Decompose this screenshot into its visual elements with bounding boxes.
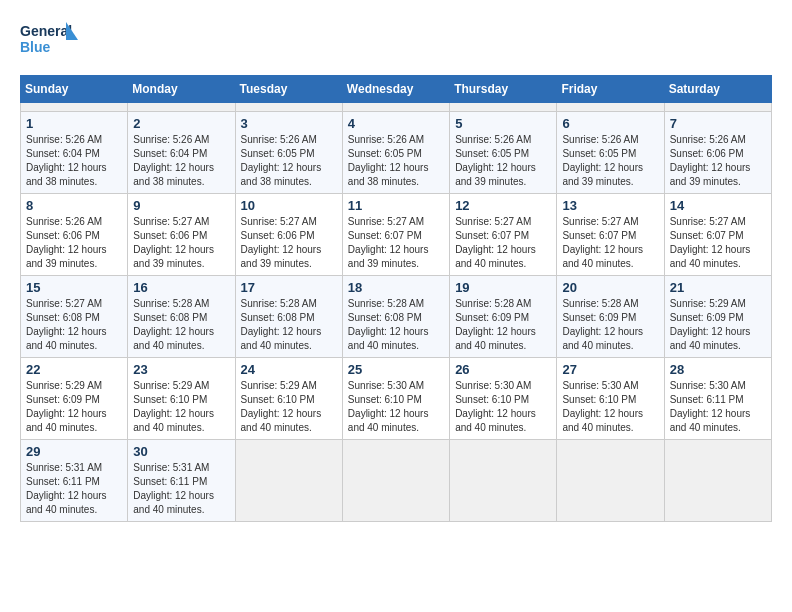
calendar-day-cell — [342, 103, 449, 112]
calendar-day-cell: 3 Sunrise: 5:26 AMSunset: 6:05 PMDayligh… — [235, 112, 342, 194]
calendar-week-row: 8 Sunrise: 5:26 AMSunset: 6:06 PMDayligh… — [21, 194, 772, 276]
calendar-day-cell: 10 Sunrise: 5:27 AMSunset: 6:06 PMDaylig… — [235, 194, 342, 276]
calendar-day-cell: 17 Sunrise: 5:28 AMSunset: 6:08 PMDaylig… — [235, 276, 342, 358]
day-header-wednesday: Wednesday — [342, 76, 449, 103]
day-detail: Sunrise: 5:26 AMSunset: 6:06 PMDaylight:… — [670, 134, 751, 187]
day-number: 17 — [241, 280, 337, 295]
day-number: 23 — [133, 362, 229, 377]
day-detail: Sunrise: 5:26 AMSunset: 6:04 PMDaylight:… — [133, 134, 214, 187]
calendar-day-cell: 4 Sunrise: 5:26 AMSunset: 6:05 PMDayligh… — [342, 112, 449, 194]
calendar-day-cell: 9 Sunrise: 5:27 AMSunset: 6:06 PMDayligh… — [128, 194, 235, 276]
logo: General Blue — [20, 20, 80, 65]
day-detail: Sunrise: 5:29 AMSunset: 6:09 PMDaylight:… — [26, 380, 107, 433]
day-number: 30 — [133, 444, 229, 459]
calendar-week-row: 1 Sunrise: 5:26 AMSunset: 6:04 PMDayligh… — [21, 112, 772, 194]
day-number: 10 — [241, 198, 337, 213]
day-number: 11 — [348, 198, 444, 213]
calendar-day-cell: 22 Sunrise: 5:29 AMSunset: 6:09 PMDaylig… — [21, 358, 128, 440]
svg-text:Blue: Blue — [20, 39, 51, 55]
calendar-day-cell: 30 Sunrise: 5:31 AMSunset: 6:11 PMDaylig… — [128, 440, 235, 522]
day-header-tuesday: Tuesday — [235, 76, 342, 103]
day-number: 27 — [562, 362, 658, 377]
day-detail: Sunrise: 5:27 AMSunset: 6:07 PMDaylight:… — [455, 216, 536, 269]
day-number: 7 — [670, 116, 766, 131]
calendar-day-cell: 11 Sunrise: 5:27 AMSunset: 6:07 PMDaylig… — [342, 194, 449, 276]
day-detail: Sunrise: 5:27 AMSunset: 6:07 PMDaylight:… — [562, 216, 643, 269]
calendar-day-cell: 2 Sunrise: 5:26 AMSunset: 6:04 PMDayligh… — [128, 112, 235, 194]
calendar-day-cell: 25 Sunrise: 5:30 AMSunset: 6:10 PMDaylig… — [342, 358, 449, 440]
day-detail: Sunrise: 5:26 AMSunset: 6:05 PMDaylight:… — [562, 134, 643, 187]
calendar-header-row: SundayMondayTuesdayWednesdayThursdayFrid… — [21, 76, 772, 103]
calendar-day-cell: 13 Sunrise: 5:27 AMSunset: 6:07 PMDaylig… — [557, 194, 664, 276]
calendar-day-cell: 21 Sunrise: 5:29 AMSunset: 6:09 PMDaylig… — [664, 276, 771, 358]
day-number: 29 — [26, 444, 122, 459]
calendar-day-cell: 24 Sunrise: 5:29 AMSunset: 6:10 PMDaylig… — [235, 358, 342, 440]
calendar-day-cell: 15 Sunrise: 5:27 AMSunset: 6:08 PMDaylig… — [21, 276, 128, 358]
day-detail: Sunrise: 5:29 AMSunset: 6:09 PMDaylight:… — [670, 298, 751, 351]
day-detail: Sunrise: 5:26 AMSunset: 6:05 PMDaylight:… — [348, 134, 429, 187]
day-number: 4 — [348, 116, 444, 131]
calendar-day-cell — [664, 440, 771, 522]
calendar-day-cell: 27 Sunrise: 5:30 AMSunset: 6:10 PMDaylig… — [557, 358, 664, 440]
svg-text:General: General — [20, 23, 72, 39]
day-number: 20 — [562, 280, 658, 295]
calendar-day-cell — [128, 103, 235, 112]
day-number: 16 — [133, 280, 229, 295]
calendar-day-cell: 12 Sunrise: 5:27 AMSunset: 6:07 PMDaylig… — [450, 194, 557, 276]
calendar-day-cell: 20 Sunrise: 5:28 AMSunset: 6:09 PMDaylig… — [557, 276, 664, 358]
day-number: 8 — [26, 198, 122, 213]
day-number: 12 — [455, 198, 551, 213]
day-detail: Sunrise: 5:27 AMSunset: 6:08 PMDaylight:… — [26, 298, 107, 351]
day-header-sunday: Sunday — [21, 76, 128, 103]
calendar-day-cell — [450, 440, 557, 522]
day-detail: Sunrise: 5:29 AMSunset: 6:10 PMDaylight:… — [133, 380, 214, 433]
day-header-friday: Friday — [557, 76, 664, 103]
day-detail: Sunrise: 5:29 AMSunset: 6:10 PMDaylight:… — [241, 380, 322, 433]
calendar-day-cell: 26 Sunrise: 5:30 AMSunset: 6:10 PMDaylig… — [450, 358, 557, 440]
calendar-day-cell: 5 Sunrise: 5:26 AMSunset: 6:05 PMDayligh… — [450, 112, 557, 194]
day-detail: Sunrise: 5:31 AMSunset: 6:11 PMDaylight:… — [133, 462, 214, 515]
calendar-day-cell — [557, 103, 664, 112]
page-header: General Blue — [20, 20, 772, 65]
day-detail: Sunrise: 5:30 AMSunset: 6:11 PMDaylight:… — [670, 380, 751, 433]
day-detail: Sunrise: 5:26 AMSunset: 6:06 PMDaylight:… — [26, 216, 107, 269]
calendar-week-row — [21, 103, 772, 112]
day-number: 24 — [241, 362, 337, 377]
calendar-day-cell: 18 Sunrise: 5:28 AMSunset: 6:08 PMDaylig… — [342, 276, 449, 358]
day-number: 15 — [26, 280, 122, 295]
calendar-day-cell — [342, 440, 449, 522]
calendar-day-cell — [557, 440, 664, 522]
day-detail: Sunrise: 5:27 AMSunset: 6:06 PMDaylight:… — [133, 216, 214, 269]
calendar-day-cell — [235, 103, 342, 112]
calendar-table: SundayMondayTuesdayWednesdayThursdayFrid… — [20, 75, 772, 522]
day-number: 13 — [562, 198, 658, 213]
calendar-day-cell: 29 Sunrise: 5:31 AMSunset: 6:11 PMDaylig… — [21, 440, 128, 522]
day-number: 14 — [670, 198, 766, 213]
day-detail: Sunrise: 5:26 AMSunset: 6:05 PMDaylight:… — [241, 134, 322, 187]
day-detail: Sunrise: 5:30 AMSunset: 6:10 PMDaylight:… — [455, 380, 536, 433]
calendar-day-cell: 7 Sunrise: 5:26 AMSunset: 6:06 PMDayligh… — [664, 112, 771, 194]
day-number: 26 — [455, 362, 551, 377]
calendar-week-row: 29 Sunrise: 5:31 AMSunset: 6:11 PMDaylig… — [21, 440, 772, 522]
day-detail: Sunrise: 5:28 AMSunset: 6:08 PMDaylight:… — [241, 298, 322, 351]
day-detail: Sunrise: 5:28 AMSunset: 6:08 PMDaylight:… — [133, 298, 214, 351]
day-number: 28 — [670, 362, 766, 377]
day-number: 9 — [133, 198, 229, 213]
day-detail: Sunrise: 5:26 AMSunset: 6:05 PMDaylight:… — [455, 134, 536, 187]
calendar-week-row: 22 Sunrise: 5:29 AMSunset: 6:09 PMDaylig… — [21, 358, 772, 440]
calendar-day-cell: 8 Sunrise: 5:26 AMSunset: 6:06 PMDayligh… — [21, 194, 128, 276]
day-detail: Sunrise: 5:27 AMSunset: 6:06 PMDaylight:… — [241, 216, 322, 269]
day-number: 22 — [26, 362, 122, 377]
calendar-day-cell: 16 Sunrise: 5:28 AMSunset: 6:08 PMDaylig… — [128, 276, 235, 358]
day-number: 25 — [348, 362, 444, 377]
day-number: 2 — [133, 116, 229, 131]
calendar-day-cell — [450, 103, 557, 112]
day-number: 19 — [455, 280, 551, 295]
day-detail: Sunrise: 5:31 AMSunset: 6:11 PMDaylight:… — [26, 462, 107, 515]
calendar-day-cell: 14 Sunrise: 5:27 AMSunset: 6:07 PMDaylig… — [664, 194, 771, 276]
day-detail: Sunrise: 5:26 AMSunset: 6:04 PMDaylight:… — [26, 134, 107, 187]
day-number: 18 — [348, 280, 444, 295]
day-detail: Sunrise: 5:30 AMSunset: 6:10 PMDaylight:… — [562, 380, 643, 433]
calendar-week-row: 15 Sunrise: 5:27 AMSunset: 6:08 PMDaylig… — [21, 276, 772, 358]
day-header-thursday: Thursday — [450, 76, 557, 103]
